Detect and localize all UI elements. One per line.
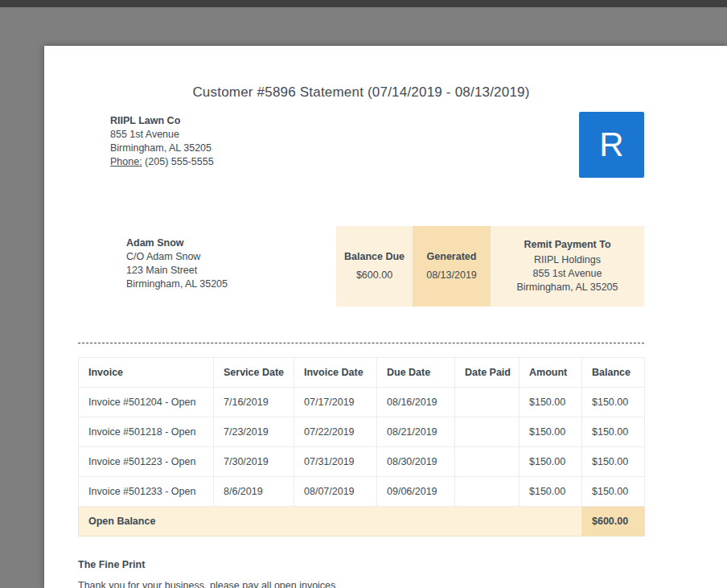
customer-care-of: C/O Adam Snow [126, 250, 228, 264]
cell-date-paid [455, 388, 520, 417]
cell-invoice: Invoice #501218 - Open [79, 417, 214, 447]
cell-date-paid [455, 477, 520, 507]
cell-date-paid [455, 417, 520, 447]
company-address-block: RIIPL Lawn Co 855 1st Avenue Birmingham,… [110, 114, 214, 178]
balance-due-label: Balance Due [336, 250, 413, 264]
cell-invoice-date: 07/22/2019 [294, 417, 377, 447]
header-date-paid: Date Paid [455, 358, 520, 388]
customer-address-line2: Birmingham, AL 35205 [126, 278, 228, 291]
page-content: Customer #5896 Statement (07/14/2019 - 0… [78, 84, 644, 588]
remit-address-line1: 855 1st Avenue [491, 267, 644, 281]
summary-boxes: Balance Due $600.00 Generated 08/13/2019… [336, 226, 644, 306]
fine-print-heading: The Fine Print [78, 559, 644, 570]
cell-due-date: 08/16/2019 [377, 388, 455, 417]
cell-balance: $150.00 [582, 447, 645, 477]
logo-letter: R [599, 125, 623, 164]
cell-invoice-date: 07/17/2019 [294, 388, 377, 417]
header-invoice-date: Invoice Date [294, 358, 377, 388]
cell-service-date: 7/16/2019 [214, 388, 294, 417]
open-balance-label: Open Balance [79, 507, 582, 537]
cell-amount: $150.00 [520, 477, 582, 507]
header-due-date: Due Date [377, 358, 455, 388]
cell-invoice: Invoice #501223 - Open [79, 447, 214, 477]
cell-date-paid [455, 447, 520, 477]
cell-service-date: 7/30/2019 [214, 447, 294, 477]
invoice-row: Invoice #501218 - Open 7/23/2019 07/22/2… [79, 417, 645, 447]
company-address-line1: 855 1st Avenue [110, 128, 214, 142]
remit-payment-box: Remit Payment To RIIPL Holdings 855 1st … [491, 226, 644, 306]
company-phone-line: Phone: (205) 555-5555 [110, 155, 214, 169]
customer-address-line1: 123 Main Street [126, 264, 228, 278]
invoice-row: Invoice #501204 - Open 7/16/2019 07/17/2… [79, 388, 645, 417]
viewer-top-strip [0, 0, 727, 7]
invoice-row: Invoice #501233 - Open 8/6/2019 08/07/20… [79, 477, 645, 507]
generated-label: Generated [413, 250, 491, 264]
cell-service-date: 8/6/2019 [214, 477, 294, 507]
company-logo: R [579, 112, 644, 178]
company-header-row: RIIPL Lawn Co 855 1st Avenue Birmingham,… [78, 114, 644, 178]
header-balance: Balance [582, 358, 645, 388]
phone-label: Phone: [110, 156, 142, 167]
cell-amount: $150.00 [520, 388, 582, 417]
company-address-line2: Birmingham, AL 35205 [110, 142, 214, 155]
remit-label: Remit Payment To [491, 238, 644, 252]
phone-number: (205) 555-5555 [145, 156, 213, 167]
invoice-row: Invoice #501223 - Open 7/30/2019 07/31/2… [79, 447, 645, 477]
cell-due-date: 08/21/2019 [377, 417, 455, 447]
customer-summary-row: Adam Snow C/O Adam Snow 123 Main Street … [78, 226, 644, 306]
cell-amount: $150.00 [520, 447, 582, 477]
invoice-table-header-row: Invoice Service Date Invoice Date Due Da… [79, 358, 645, 388]
company-name: RIIPL Lawn Co [110, 114, 214, 128]
cell-invoice: Invoice #501204 - Open [79, 388, 214, 417]
customer-name: Adam Snow [126, 236, 228, 250]
cell-invoice-date: 08/07/2019 [294, 477, 377, 507]
cell-invoice-date: 07/31/2019 [294, 447, 377, 477]
dashed-divider [78, 343, 644, 343]
cell-balance: $150.00 [582, 417, 645, 447]
header-amount: Amount [520, 358, 582, 388]
remit-address-line2: Birmingham, AL 35205 [491, 281, 644, 294]
remit-name: RIIPL Holdings [491, 253, 644, 267]
balance-due-value: $600.00 [336, 269, 413, 282]
statement-page: Customer #5896 Statement (07/14/2019 - 0… [44, 46, 727, 588]
generated-box: Generated 08/13/2019 [413, 226, 491, 306]
cell-due-date: 08/30/2019 [377, 447, 455, 477]
cell-amount: $150.00 [520, 417, 582, 447]
balance-due-box: Balance Due $600.00 [336, 226, 413, 306]
statement-title: Customer #5896 Statement (07/14/2019 - 0… [78, 84, 644, 101]
header-service-date: Service Date [214, 358, 294, 388]
cell-balance: $150.00 [582, 477, 645, 507]
open-balance-value: $600.00 [582, 507, 645, 537]
cell-due-date: 09/06/2019 [377, 477, 455, 507]
cell-balance: $150.00 [582, 388, 645, 417]
cell-invoice: Invoice #501233 - Open [79, 477, 214, 507]
customer-address-block: Adam Snow C/O Adam Snow 123 Main Street … [126, 236, 228, 306]
fine-print-text: Thank you for your business, please pay … [78, 580, 644, 588]
open-balance-row: Open Balance $600.00 [79, 507, 645, 537]
header-invoice: Invoice [79, 358, 214, 388]
generated-value: 08/13/2019 [413, 269, 491, 282]
invoice-table: Invoice Service Date Invoice Date Due Da… [78, 357, 645, 537]
cell-service-date: 7/23/2019 [214, 417, 294, 447]
